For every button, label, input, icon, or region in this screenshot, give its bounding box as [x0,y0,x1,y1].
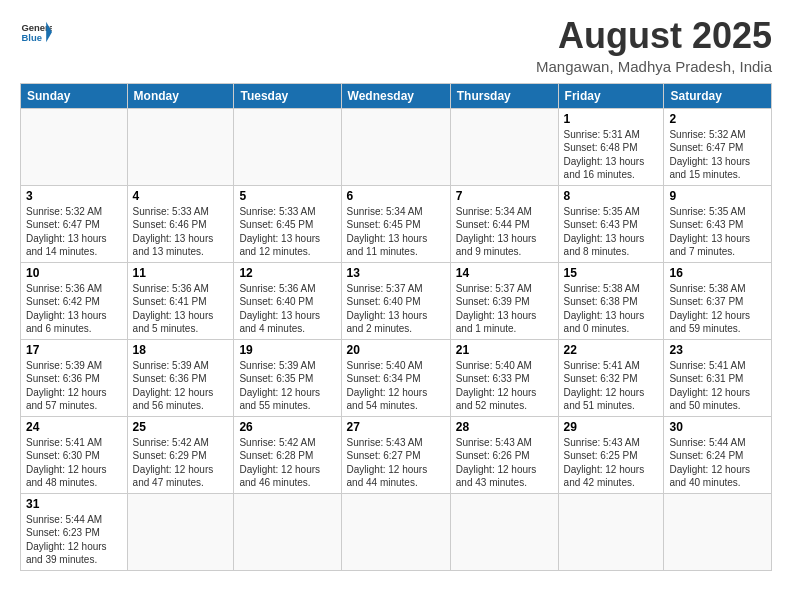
table-row: 18Sunrise: 5:39 AM Sunset: 6:36 PM Dayli… [127,339,234,416]
table-row: 10Sunrise: 5:36 AM Sunset: 6:42 PM Dayli… [21,262,128,339]
table-row: 9Sunrise: 5:35 AM Sunset: 6:43 PM Daylig… [664,185,772,262]
week-row-3: 17Sunrise: 5:39 AM Sunset: 6:36 PM Dayli… [21,339,772,416]
day-info: Sunrise: 5:38 AM Sunset: 6:38 PM Dayligh… [564,282,659,336]
day-number: 26 [239,420,335,434]
table-row [234,493,341,570]
title-block: August 2025 Mangawan, Madhya Pradesh, In… [536,16,772,75]
day-number: 17 [26,343,122,357]
week-row-0: 1Sunrise: 5:31 AM Sunset: 6:48 PM Daylig… [21,108,772,185]
day-number: 28 [456,420,553,434]
table-row: 30Sunrise: 5:44 AM Sunset: 6:24 PM Dayli… [664,416,772,493]
day-info: Sunrise: 5:32 AM Sunset: 6:47 PM Dayligh… [669,128,766,182]
header-saturday: Saturday [664,83,772,108]
table-row: 15Sunrise: 5:38 AM Sunset: 6:38 PM Dayli… [558,262,664,339]
table-row: 19Sunrise: 5:39 AM Sunset: 6:35 PM Dayli… [234,339,341,416]
day-number: 24 [26,420,122,434]
table-row [21,108,128,185]
table-row: 16Sunrise: 5:38 AM Sunset: 6:37 PM Dayli… [664,262,772,339]
header: General Blue August 2025 Mangawan, Madhy… [20,16,772,75]
day-number: 27 [347,420,445,434]
day-info: Sunrise: 5:37 AM Sunset: 6:40 PM Dayligh… [347,282,445,336]
table-row: 17Sunrise: 5:39 AM Sunset: 6:36 PM Dayli… [21,339,128,416]
table-row: 20Sunrise: 5:40 AM Sunset: 6:34 PM Dayli… [341,339,450,416]
table-row: 4Sunrise: 5:33 AM Sunset: 6:46 PM Daylig… [127,185,234,262]
table-row [664,493,772,570]
table-row: 5Sunrise: 5:33 AM Sunset: 6:45 PM Daylig… [234,185,341,262]
table-row: 11Sunrise: 5:36 AM Sunset: 6:41 PM Dayli… [127,262,234,339]
table-row: 25Sunrise: 5:42 AM Sunset: 6:29 PM Dayli… [127,416,234,493]
weekday-header-row: Sunday Monday Tuesday Wednesday Thursday… [21,83,772,108]
day-number: 15 [564,266,659,280]
day-number: 13 [347,266,445,280]
header-thursday: Thursday [450,83,558,108]
day-number: 21 [456,343,553,357]
day-number: 5 [239,189,335,203]
day-number: 16 [669,266,766,280]
day-number: 18 [133,343,229,357]
table-row: 8Sunrise: 5:35 AM Sunset: 6:43 PM Daylig… [558,185,664,262]
day-number: 2 [669,112,766,126]
day-info: Sunrise: 5:41 AM Sunset: 6:32 PM Dayligh… [564,359,659,413]
day-number: 19 [239,343,335,357]
week-row-1: 3Sunrise: 5:32 AM Sunset: 6:47 PM Daylig… [21,185,772,262]
day-number: 4 [133,189,229,203]
day-info: Sunrise: 5:36 AM Sunset: 6:40 PM Dayligh… [239,282,335,336]
day-number: 23 [669,343,766,357]
day-info: Sunrise: 5:41 AM Sunset: 6:30 PM Dayligh… [26,436,122,490]
table-row [234,108,341,185]
day-info: Sunrise: 5:39 AM Sunset: 6:36 PM Dayligh… [133,359,229,413]
day-info: Sunrise: 5:35 AM Sunset: 6:43 PM Dayligh… [669,205,766,259]
day-info: Sunrise: 5:43 AM Sunset: 6:25 PM Dayligh… [564,436,659,490]
table-row: 12Sunrise: 5:36 AM Sunset: 6:40 PM Dayli… [234,262,341,339]
table-row: 24Sunrise: 5:41 AM Sunset: 6:30 PM Dayli… [21,416,128,493]
day-info: Sunrise: 5:43 AM Sunset: 6:26 PM Dayligh… [456,436,553,490]
day-number: 8 [564,189,659,203]
svg-text:Blue: Blue [21,32,41,43]
day-number: 14 [456,266,553,280]
table-row [127,493,234,570]
table-row: 26Sunrise: 5:42 AM Sunset: 6:28 PM Dayli… [234,416,341,493]
table-row: 23Sunrise: 5:41 AM Sunset: 6:31 PM Dayli… [664,339,772,416]
day-info: Sunrise: 5:41 AM Sunset: 6:31 PM Dayligh… [669,359,766,413]
day-info: Sunrise: 5:36 AM Sunset: 6:41 PM Dayligh… [133,282,229,336]
day-number: 20 [347,343,445,357]
day-number: 22 [564,343,659,357]
day-info: Sunrise: 5:31 AM Sunset: 6:48 PM Dayligh… [564,128,659,182]
week-row-2: 10Sunrise: 5:36 AM Sunset: 6:42 PM Dayli… [21,262,772,339]
day-info: Sunrise: 5:34 AM Sunset: 6:44 PM Dayligh… [456,205,553,259]
day-number: 10 [26,266,122,280]
calendar-subtitle: Mangawan, Madhya Pradesh, India [536,58,772,75]
header-sunday: Sunday [21,83,128,108]
day-info: Sunrise: 5:40 AM Sunset: 6:34 PM Dayligh… [347,359,445,413]
generalblue-logo-icon: General Blue [20,16,52,48]
table-row: 22Sunrise: 5:41 AM Sunset: 6:32 PM Dayli… [558,339,664,416]
day-number: 12 [239,266,335,280]
day-info: Sunrise: 5:42 AM Sunset: 6:28 PM Dayligh… [239,436,335,490]
day-number: 30 [669,420,766,434]
day-number: 29 [564,420,659,434]
header-monday: Monday [127,83,234,108]
header-friday: Friday [558,83,664,108]
table-row: 3Sunrise: 5:32 AM Sunset: 6:47 PM Daylig… [21,185,128,262]
table-row [450,493,558,570]
day-info: Sunrise: 5:44 AM Sunset: 6:23 PM Dayligh… [26,513,122,567]
day-number: 7 [456,189,553,203]
table-row: 29Sunrise: 5:43 AM Sunset: 6:25 PM Dayli… [558,416,664,493]
day-info: Sunrise: 5:32 AM Sunset: 6:47 PM Dayligh… [26,205,122,259]
day-info: Sunrise: 5:44 AM Sunset: 6:24 PM Dayligh… [669,436,766,490]
day-info: Sunrise: 5:37 AM Sunset: 6:39 PM Dayligh… [456,282,553,336]
day-number: 25 [133,420,229,434]
day-number: 31 [26,497,122,511]
table-row [341,108,450,185]
day-info: Sunrise: 5:39 AM Sunset: 6:35 PM Dayligh… [239,359,335,413]
day-info: Sunrise: 5:33 AM Sunset: 6:46 PM Dayligh… [133,205,229,259]
table-row [341,493,450,570]
day-info: Sunrise: 5:38 AM Sunset: 6:37 PM Dayligh… [669,282,766,336]
calendar-title: August 2025 [536,16,772,56]
day-info: Sunrise: 5:40 AM Sunset: 6:33 PM Dayligh… [456,359,553,413]
table-row: 2Sunrise: 5:32 AM Sunset: 6:47 PM Daylig… [664,108,772,185]
day-number: 9 [669,189,766,203]
table-row: 31Sunrise: 5:44 AM Sunset: 6:23 PM Dayli… [21,493,128,570]
day-number: 6 [347,189,445,203]
table-row [127,108,234,185]
